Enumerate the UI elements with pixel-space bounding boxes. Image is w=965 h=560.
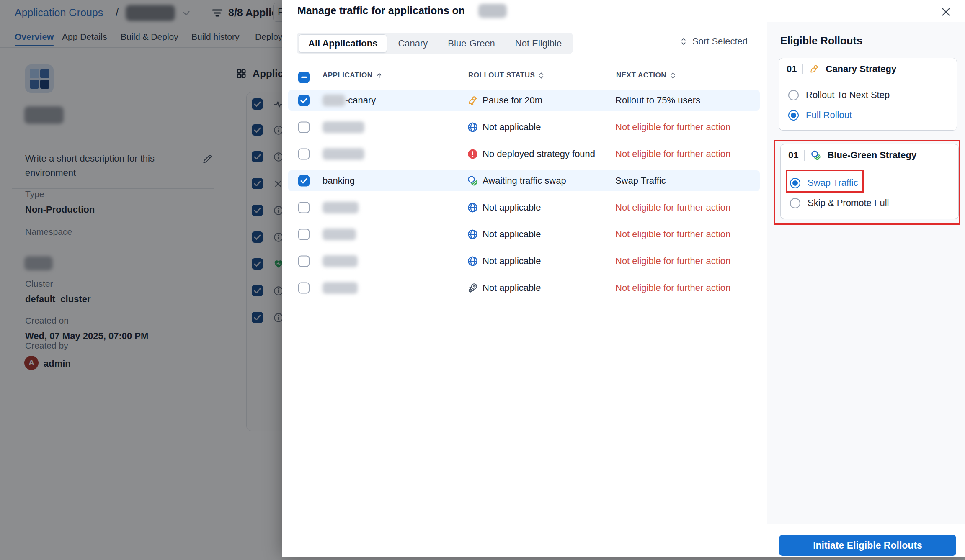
application-filter-tabs: All Applications Canary Blue-Green Not E… bbox=[297, 33, 573, 54]
row-checkbox[interactable] bbox=[298, 256, 310, 267]
next-action: Not eligible for further action bbox=[615, 283, 730, 293]
blue-green-strategy-header: 01 Blue-Green Strategy bbox=[781, 144, 958, 166]
table-row[interactable]: Not applicable Not eligible for further … bbox=[288, 277, 760, 298]
environment-name-blurred bbox=[478, 4, 507, 18]
rollout-status: Awaiting traffic swap bbox=[482, 175, 566, 186]
next-action: Not eligible for further action bbox=[615, 256, 730, 267]
application-name bbox=[323, 148, 364, 160]
name-blurred bbox=[323, 255, 358, 267]
modal-header: Manage traffic for applications on bbox=[282, 0, 965, 22]
radio-unselected[interactable] bbox=[790, 198, 800, 208]
blue-green-strategy-card: 01 Blue-Green Strategy Swap Traffic bbox=[780, 144, 959, 219]
globe-icon bbox=[467, 229, 478, 240]
strategy-index: 01 bbox=[788, 150, 798, 161]
row-checkbox[interactable] bbox=[298, 95, 310, 106]
sort-both-icon bbox=[670, 72, 676, 80]
radio-selected[interactable] bbox=[790, 178, 800, 188]
column-application[interactable]: APPLICATION bbox=[323, 71, 383, 80]
rollout-status: Pause for 20m bbox=[482, 95, 542, 106]
tab-blue-green[interactable]: Blue-Green bbox=[439, 35, 504, 52]
option-full-rollout[interactable]: Full Rollout bbox=[779, 105, 957, 125]
canary-icon bbox=[809, 64, 820, 74]
strategy-name: Blue-Green Strategy bbox=[827, 150, 916, 161]
name-blurred bbox=[323, 282, 358, 294]
option-rollout-to-next-step[interactable]: Rollout To Next Step bbox=[779, 85, 957, 105]
globe-icon bbox=[467, 256, 478, 267]
row-checkbox[interactable] bbox=[298, 175, 310, 187]
row-checkbox[interactable] bbox=[298, 122, 310, 133]
close-icon[interactable] bbox=[939, 5, 952, 18]
name-blurred bbox=[323, 202, 359, 213]
row-checkbox[interactable] bbox=[298, 283, 310, 294]
option-label: Swap Traffic bbox=[808, 177, 858, 188]
panel-footer: Initiate Eligible Rollouts bbox=[767, 524, 965, 557]
next-action: Not eligible for further action bbox=[615, 149, 730, 159]
manage-traffic-modal: Manage traffic for applications on All A… bbox=[282, 0, 965, 557]
sort-selected-label: Sort Selected bbox=[692, 36, 748, 47]
canary-strategy-card: 01 Canary Strategy Rollout To Next Step … bbox=[779, 58, 957, 131]
sort-selected-button[interactable]: Sort Selected bbox=[679, 36, 748, 47]
rollout-status: Not applicable bbox=[482, 256, 541, 267]
application-name bbox=[323, 121, 364, 133]
table-row[interactable]: Not applicable Not eligible for further … bbox=[288, 224, 760, 245]
row-checkbox[interactable] bbox=[298, 229, 310, 240]
table-row[interactable]: Not applicable Not eligible for further … bbox=[288, 197, 760, 218]
next-action: Swap Traffic bbox=[615, 175, 666, 186]
eligible-rollouts-panel: Eligible Rollouts 01 Canary Strategy Rol… bbox=[767, 22, 965, 557]
globe-icon bbox=[467, 202, 478, 213]
divider bbox=[804, 150, 805, 161]
option-skip-promote-full[interactable]: Skip & Promote Full bbox=[781, 193, 958, 213]
select-all-checkbox[interactable] bbox=[298, 72, 310, 83]
sort-both-icon bbox=[538, 72, 544, 80]
canary-icon bbox=[467, 95, 478, 106]
tab-not-eligible[interactable]: Not Eligible bbox=[506, 35, 571, 52]
strategy-index: 01 bbox=[787, 64, 797, 74]
modal-main: All Applications Canary Blue-Green Not E… bbox=[282, 22, 767, 557]
radio-selected[interactable] bbox=[788, 110, 799, 121]
rocket-gear-icon bbox=[467, 283, 478, 294]
blue-green-icon bbox=[810, 150, 821, 161]
divider bbox=[802, 64, 803, 74]
rollout-status: Not applicable bbox=[482, 122, 541, 133]
app-root: Application Groups / 8/8 Applications F … bbox=[0, 0, 965, 560]
sort-vertical-icon bbox=[679, 37, 688, 46]
rollout-status: Not applicable bbox=[482, 283, 541, 293]
name-blurred bbox=[323, 148, 364, 160]
canary-strategy-header: 01 Canary Strategy bbox=[779, 58, 957, 80]
rollout-status: No deployed strategy found bbox=[482, 149, 595, 159]
column-rollout-status[interactable]: ROLLOUT STATUS bbox=[468, 71, 544, 80]
strategy-name: Canary Strategy bbox=[826, 64, 896, 74]
table-row[interactable]: -canary Pause for 20m Rollout to 75% use… bbox=[288, 90, 760, 111]
table-row[interactable]: No deployed strategy found Not eligible … bbox=[288, 144, 760, 164]
sort-asc-icon bbox=[376, 72, 383, 79]
application-name: -canary bbox=[323, 95, 376, 106]
name-blurred bbox=[323, 229, 356, 240]
radio-unselected[interactable] bbox=[788, 90, 799, 100]
table-row[interactable]: Not applicable Not eligible for further … bbox=[288, 117, 760, 138]
panel-title: Eligible Rollouts bbox=[780, 35, 862, 47]
annotation-box-blue-green: 01 Blue-Green Strategy Swap Traffic bbox=[774, 140, 960, 225]
next-action: Not eligible for further action bbox=[615, 122, 730, 133]
application-name: banking bbox=[323, 175, 355, 186]
row-checkbox[interactable] bbox=[298, 149, 310, 160]
table-row[interactable]: Not applicable Not eligible for further … bbox=[288, 251, 760, 272]
blue-green-icon bbox=[467, 175, 478, 187]
name-blurred bbox=[323, 95, 345, 106]
option-label: Rollout To Next Step bbox=[806, 90, 890, 100]
name-blurred bbox=[323, 121, 364, 133]
column-next-action[interactable]: NEXT ACTION bbox=[616, 71, 676, 80]
option-swap-traffic[interactable]: Swap Traffic bbox=[781, 173, 958, 193]
application-name bbox=[323, 229, 356, 240]
option-label: Full Rollout bbox=[806, 110, 852, 121]
tab-all-applications[interactable]: All Applications bbox=[299, 34, 387, 53]
tab-canary[interactable]: Canary bbox=[389, 35, 437, 52]
initiate-eligible-rollouts-button[interactable]: Initiate Eligible Rollouts bbox=[779, 535, 956, 556]
error-icon bbox=[467, 149, 478, 160]
next-action: Rollout to 75% users bbox=[615, 95, 700, 106]
application-name bbox=[323, 202, 359, 213]
next-action: Not eligible for further action bbox=[615, 202, 730, 213]
application-name bbox=[323, 255, 358, 267]
rollout-status: Not applicable bbox=[482, 202, 541, 213]
table-row[interactable]: banking Awaiting traffic swap Swap Traff… bbox=[288, 170, 760, 191]
row-checkbox[interactable] bbox=[298, 202, 310, 213]
